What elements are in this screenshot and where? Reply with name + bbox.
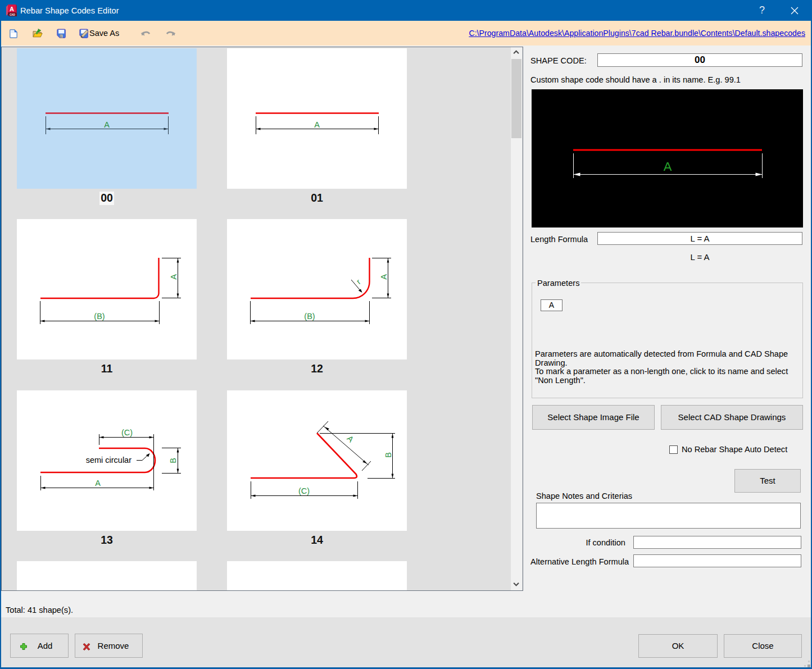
svg-text:A: A <box>104 120 110 129</box>
svg-text:B: B <box>384 452 393 458</box>
svg-text:A: A <box>379 274 388 280</box>
svg-text:B: B <box>169 458 178 463</box>
svg-text:r: r <box>355 277 362 285</box>
svg-text:A: A <box>345 434 355 444</box>
svg-text:(B): (B) <box>304 312 315 321</box>
svg-text:A: A <box>314 120 320 129</box>
svg-text:CAD: CAD <box>10 13 15 16</box>
svg-text:A: A <box>664 160 672 174</box>
svg-text:A: A <box>95 479 101 488</box>
svg-text:A: A <box>169 274 178 280</box>
svg-text:(C): (C) <box>298 486 310 495</box>
svg-text:A: A <box>10 6 14 12</box>
svg-text:(C): (C) <box>121 428 133 437</box>
svg-text:semi circular: semi circular <box>86 456 132 465</box>
svg-text:(B): (B) <box>94 312 105 321</box>
